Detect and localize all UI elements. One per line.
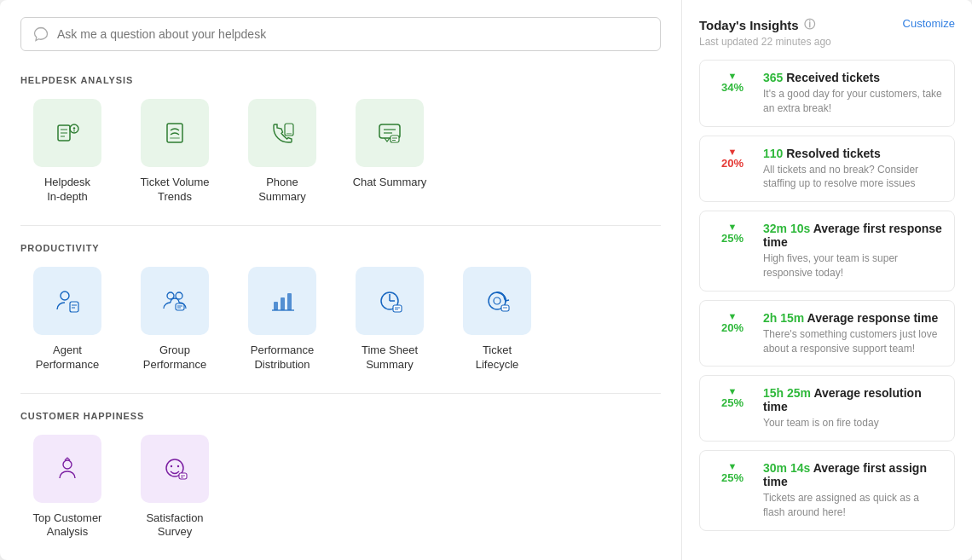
helpdesk-section-label: HELPDESK ANALYSIS	[20, 75, 661, 85]
insight-badge-resolved-tickets: ▼ 20%	[712, 147, 753, 170]
phone-summary-icon-box	[248, 99, 316, 167]
insight-metric-avg-first-assign: 30m 14s Average first assign time	[763, 461, 942, 488]
insight-body-received-tickets: 365 Received tickets It's a good day for…	[763, 71, 942, 116]
helpdesk-section: HELPDESK ANALYSIS He	[20, 75, 661, 205]
svg-point-37	[494, 297, 500, 304]
customize-link[interactable]: Customize	[903, 17, 955, 30]
insight-metric-val-avg-response-time: 2h 15m	[763, 311, 804, 325]
insight-pct-avg-resolution-time: 25%	[721, 396, 743, 409]
helpdesk-cards-grid: HelpdeskIn-depth Ticket VolumeTrends	[20, 99, 661, 205]
insight-pct-received-tickets: 34%	[721, 81, 743, 94]
ticket-volume-label: Ticket VolumeTrends	[140, 176, 209, 205]
timesheet-summary-label: Time SheetSummary	[362, 344, 418, 372]
card-chat-summary[interactable]: Chat Summary	[343, 99, 437, 205]
divider-2	[20, 393, 661, 394]
card-agent-performance[interactable]: AgentPerformance	[20, 267, 114, 372]
search-bar[interactable]	[20, 17, 661, 51]
insight-badge-avg-first-assign: ▼ 25%	[712, 461, 753, 484]
group-performance-label: GroupPerformance	[143, 344, 206, 372]
insight-badge-avg-response-time: ▼ 20%	[712, 311, 753, 334]
card-helpdesk-indepth[interactable]: HelpdeskIn-depth	[20, 99, 114, 205]
divider-1	[20, 225, 661, 226]
insight-metric-received-tickets: 365 Received tickets	[763, 71, 942, 84]
insight-desc-avg-response-time: There's something customers just love ab…	[763, 327, 942, 356]
productivity-cards-grid: AgentPerformance	[20, 267, 661, 372]
insight-pct-avg-first-response: 25%	[721, 232, 743, 245]
insight-metric-resolved-tickets: 110 Resolved tickets	[763, 147, 942, 160]
insight-badge-received-tickets: ▼ 34%	[712, 71, 753, 94]
customer-happiness-cards-grid: Top CustomerAnalysis	[20, 435, 661, 540]
ticket-volume-icon-box	[141, 99, 209, 167]
insight-pct-avg-first-assign: 25%	[721, 471, 743, 484]
search-input[interactable]	[57, 27, 648, 41]
insight-card-avg-first-assign: ▼ 25% 30m 14s Average first assign time …	[699, 450, 955, 531]
left-panel: HELPDESK ANALYSIS He	[0, 0, 682, 560]
helpdesk-indepth-label: HelpdeskIn-depth	[44, 176, 90, 205]
insight-desc-received-tickets: It's a good day for your customers, take…	[763, 87, 942, 116]
agent-performance-label: AgentPerformance	[36, 344, 99, 372]
insight-pct-avg-response-time: 20%	[721, 321, 743, 334]
agent-performance-icon-box	[33, 267, 101, 335]
card-phone-summary[interactable]: PhoneSummary	[235, 99, 329, 205]
chat-summary-icon-box	[356, 99, 424, 167]
svg-rect-28	[287, 293, 292, 310]
insight-arrow-avg-resolution-time: ▼	[728, 386, 738, 396]
insight-metric-val-avg-first-assign: 30m 14s	[763, 461, 810, 475]
insight-arrow-avg-response-time: ▼	[728, 311, 738, 321]
insight-arrow-resolved-tickets: ▼	[728, 147, 738, 157]
performance-dist-label: PerformanceDistribution	[251, 344, 314, 372]
insight-card-avg-response-time: ▼ 20% 2h 15m Average response time There…	[699, 300, 955, 367]
svg-rect-44	[179, 473, 187, 479]
svg-rect-38	[501, 305, 509, 311]
customer-happiness-section: CUSTOMER HAPPINESS Top CustomerAnalysis	[20, 411, 661, 540]
insight-body-avg-first-assign: 30m 14s Average first assign time Ticket…	[763, 461, 942, 520]
helpdesk-indepth-icon-box	[33, 99, 101, 167]
svg-point-43	[177, 465, 179, 466]
insight-body-avg-response-time: 2h 15m Average response time There's som…	[763, 311, 942, 356]
insight-metric-val-resolved-tickets: 110	[763, 147, 783, 160]
satisfaction-survey-label: SatisfactionSurvey	[146, 511, 203, 540]
top-customer-icon-box	[33, 435, 101, 503]
svg-rect-8	[170, 137, 180, 139]
insight-card-avg-resolution-time: ▼ 25% 15h 25m Average resolution time Yo…	[699, 375, 955, 442]
top-customer-label: Top CustomerAnalysis	[33, 511, 102, 540]
ticket-lifecycle-icon-box	[463, 267, 531, 335]
insight-body-resolved-tickets: 110 Resolved tickets All tickets and no …	[763, 147, 942, 192]
insight-metric-avg-first-response: 32m 10s Average first response time	[763, 222, 942, 249]
svg-point-5	[73, 127, 75, 129]
insight-desc-avg-resolution-time: Your team is on fire today	[763, 416, 942, 430]
insight-metric-avg-response-time: 2h 15m Average response time	[763, 311, 942, 325]
card-performance-dist[interactable]: PerformanceDistribution	[235, 267, 329, 372]
card-ticket-volume[interactable]: Ticket VolumeTrends	[128, 99, 222, 205]
svg-rect-10	[286, 133, 292, 135]
info-icon: ⓘ	[804, 17, 815, 32]
svg-point-42	[171, 465, 172, 466]
timesheet-summary-icon-box	[356, 267, 424, 335]
insight-arrow-received-tickets: ▼	[728, 71, 738, 81]
insight-metric-val-avg-first-response: 32m 10s	[763, 222, 810, 235]
insights-header: Today's Insights ⓘ Customize	[699, 17, 955, 32]
insights-title-text: Today's Insights	[699, 18, 799, 32]
svg-rect-23	[176, 303, 184, 310]
svg-rect-27	[281, 297, 285, 310]
chat-bubble-icon	[33, 26, 49, 42]
insight-body-avg-first-response: 32m 10s Average first response time High…	[763, 222, 942, 280]
card-top-customer[interactable]: Top CustomerAnalysis	[20, 435, 114, 540]
insight-desc-avg-first-assign: Tickets are assigned as quick as a flash…	[763, 491, 942, 520]
customer-happiness-section-label: CUSTOMER HAPPINESS	[20, 411, 661, 421]
app-container: HELPDESK ANALYSIS He	[0, 0, 972, 560]
insight-card-resolved-tickets: ▼ 20% 110 Resolved tickets All tickets a…	[699, 136, 955, 203]
card-group-performance[interactable]: GroupPerformance	[128, 267, 222, 372]
card-satisfaction-survey[interactable]: SatisfactionSurvey	[128, 435, 222, 540]
productivity-section-label: PRODUCTIVITY	[20, 243, 661, 253]
card-ticket-lifecycle[interactable]: TicketLifecycle	[450, 267, 544, 372]
insights-title: Today's Insights ⓘ	[699, 17, 815, 32]
insight-body-avg-resolution-time: 15h 25m Average resolution time Your tea…	[763, 386, 942, 430]
svg-rect-18	[70, 302, 78, 312]
insight-card-received-tickets: ▼ 34% 365 Received tickets It's a good d…	[699, 60, 955, 127]
insight-metric-val-avg-resolution-time: 15h 25m	[763, 386, 811, 400]
card-timesheet-summary[interactable]: Time SheetSummary	[343, 267, 437, 372]
insight-badge-avg-first-response: ▼ 25%	[712, 222, 753, 245]
phone-summary-label: PhoneSummary	[258, 176, 306, 205]
svg-point-17	[61, 292, 69, 300]
